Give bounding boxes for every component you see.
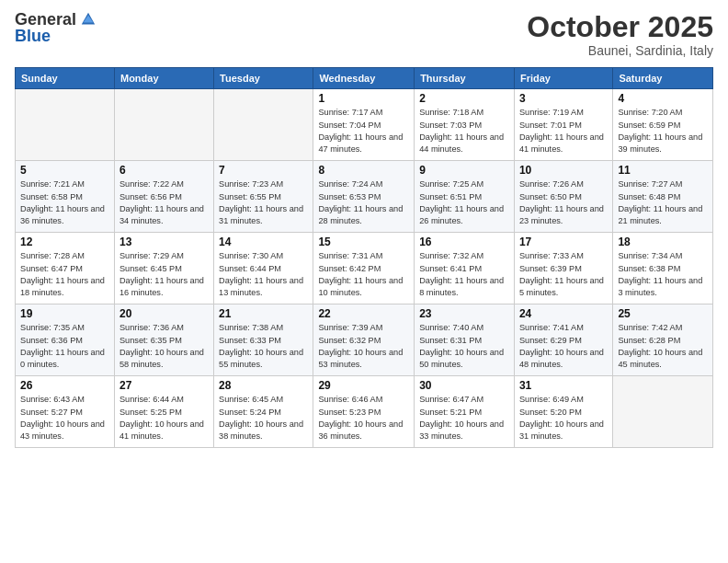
logo-text-blue: Blue — [15, 28, 51, 44]
day-number: 30 — [419, 379, 509, 392]
day-number: 12 — [20, 236, 109, 248]
header: General Blue October 2025 Baunei, Sardin… — [15, 11, 713, 58]
day-info: Sunrise: 7:19 AM Sunset: 7:01 PM Dayligh… — [519, 107, 608, 155]
day-info: Sunrise: 7:18 AM Sunset: 7:03 PM Dayligh… — [419, 107, 509, 155]
calendar-cell: 8Sunrise: 7:24 AM Sunset: 6:53 PM Daylig… — [313, 161, 415, 233]
title-area: October 2025 Baunei, Sardinia, Italy — [527, 11, 713, 58]
day-number: 18 — [618, 236, 708, 248]
calendar-cell: 18Sunrise: 7:34 AM Sunset: 6:38 PM Dayli… — [613, 233, 713, 304]
day-number: 8 — [318, 164, 409, 177]
calendar-cell — [16, 89, 115, 161]
day-number: 19 — [20, 307, 109, 320]
calendar-cell: 12Sunrise: 7:28 AM Sunset: 6:47 PM Dayli… — [16, 233, 115, 304]
week-row-4: 19Sunrise: 7:35 AM Sunset: 6:36 PM Dayli… — [16, 304, 713, 376]
day-number: 16 — [419, 236, 509, 248]
day-info: Sunrise: 7:38 AM Sunset: 6:33 PM Dayligh… — [219, 322, 308, 371]
day-info: Sunrise: 7:28 AM Sunset: 6:47 PM Dayligh… — [20, 250, 109, 299]
calendar-cell: 17Sunrise: 7:33 AM Sunset: 6:39 PM Dayli… — [514, 233, 612, 304]
day-info: Sunrise: 6:49 AM Sunset: 5:20 PM Dayligh… — [519, 394, 608, 442]
logo-area: General Blue — [15, 11, 97, 44]
calendar-cell: 20Sunrise: 7:36 AM Sunset: 6:35 PM Dayli… — [114, 304, 213, 376]
week-row-2: 5Sunrise: 7:21 AM Sunset: 6:58 PM Daylig… — [16, 161, 713, 233]
day-info: Sunrise: 7:27 AM Sunset: 6:48 PM Dayligh… — [618, 178, 708, 227]
calendar-cell: 31Sunrise: 6:49 AM Sunset: 5:20 PM Dayli… — [514, 376, 612, 448]
calendar-cell: 25Sunrise: 7:42 AM Sunset: 6:28 PM Dayli… — [613, 304, 713, 376]
day-number: 17 — [519, 236, 608, 248]
subtitle: Baunei, Sardinia, Italy — [527, 43, 713, 58]
calendar-cell: 30Sunrise: 6:47 AM Sunset: 5:21 PM Dayli… — [415, 376, 515, 448]
day-info: Sunrise: 7:17 AM Sunset: 7:04 PM Dayligh… — [318, 107, 409, 155]
day-number: 21 — [219, 307, 308, 320]
day-number: 4 — [618, 92, 708, 105]
calendar-table: Sunday Monday Tuesday Wednesday Thursday… — [15, 67, 713, 448]
calendar-cell: 3Sunrise: 7:19 AM Sunset: 7:01 PM Daylig… — [514, 89, 612, 161]
calendar-cell — [114, 89, 213, 161]
day-number: 6 — [119, 164, 209, 177]
day-info: Sunrise: 7:33 AM Sunset: 6:39 PM Dayligh… — [519, 250, 608, 299]
calendar-cell: 1Sunrise: 7:17 AM Sunset: 7:04 PM Daylig… — [313, 89, 415, 161]
day-info: Sunrise: 6:43 AM Sunset: 5:27 PM Dayligh… — [20, 394, 109, 442]
calendar-cell: 10Sunrise: 7:26 AM Sunset: 6:50 PM Dayli… — [514, 161, 612, 233]
day-info: Sunrise: 7:25 AM Sunset: 6:51 PM Dayligh… — [419, 178, 509, 227]
week-row-5: 26Sunrise: 6:43 AM Sunset: 5:27 PM Dayli… — [16, 376, 713, 448]
calendar-cell: 21Sunrise: 7:38 AM Sunset: 6:33 PM Dayli… — [214, 304, 313, 376]
calendar-cell — [214, 89, 313, 161]
day-info: Sunrise: 7:26 AM Sunset: 6:50 PM Dayligh… — [519, 178, 608, 227]
day-number: 13 — [119, 236, 209, 248]
day-number: 31 — [519, 379, 608, 392]
day-number: 15 — [318, 236, 409, 248]
calendar-cell: 7Sunrise: 7:23 AM Sunset: 6:55 PM Daylig… — [214, 161, 313, 233]
day-number: 25 — [618, 307, 708, 320]
day-info: Sunrise: 7:36 AM Sunset: 6:35 PM Dayligh… — [119, 322, 209, 371]
day-info: Sunrise: 7:41 AM Sunset: 6:29 PM Dayligh… — [519, 322, 608, 371]
col-friday: Friday — [514, 68, 612, 89]
day-number: 5 — [20, 164, 109, 177]
day-info: Sunrise: 7:39 AM Sunset: 6:32 PM Dayligh… — [318, 322, 409, 371]
col-sunday: Sunday — [16, 68, 115, 89]
day-number: 7 — [219, 164, 308, 177]
day-number: 23 — [419, 307, 509, 320]
calendar-cell: 19Sunrise: 7:35 AM Sunset: 6:36 PM Dayli… — [16, 304, 115, 376]
day-number: 27 — [119, 379, 209, 392]
week-row-3: 12Sunrise: 7:28 AM Sunset: 6:47 PM Dayli… — [16, 233, 713, 304]
day-number: 3 — [519, 92, 608, 105]
day-info: Sunrise: 6:45 AM Sunset: 5:24 PM Dayligh… — [219, 394, 308, 442]
calendar-cell: 6Sunrise: 7:22 AM Sunset: 6:56 PM Daylig… — [114, 161, 213, 233]
day-info: Sunrise: 6:46 AM Sunset: 5:23 PM Dayligh… — [318, 394, 409, 442]
day-info: Sunrise: 7:32 AM Sunset: 6:41 PM Dayligh… — [419, 250, 509, 299]
day-info: Sunrise: 6:47 AM Sunset: 5:21 PM Dayligh… — [419, 394, 509, 442]
col-wednesday: Wednesday — [313, 68, 415, 89]
calendar-cell: 4Sunrise: 7:20 AM Sunset: 6:59 PM Daylig… — [613, 89, 713, 161]
calendar-cell: 5Sunrise: 7:21 AM Sunset: 6:58 PM Daylig… — [16, 161, 115, 233]
calendar-cell: 13Sunrise: 7:29 AM Sunset: 6:45 PM Dayli… — [114, 233, 213, 304]
calendar-cell: 2Sunrise: 7:18 AM Sunset: 7:03 PM Daylig… — [415, 89, 515, 161]
day-number: 11 — [618, 164, 708, 177]
calendar-cell: 14Sunrise: 7:30 AM Sunset: 6:44 PM Dayli… — [214, 233, 313, 304]
logo: General — [15, 11, 97, 28]
logo-text-general: General — [15, 11, 76, 28]
day-number: 20 — [119, 307, 209, 320]
calendar-cell: 28Sunrise: 6:45 AM Sunset: 5:24 PM Dayli… — [214, 376, 313, 448]
calendar-cell: 9Sunrise: 7:25 AM Sunset: 6:51 PM Daylig… — [415, 161, 515, 233]
day-info: Sunrise: 7:21 AM Sunset: 6:58 PM Dayligh… — [20, 178, 109, 227]
day-info: Sunrise: 7:24 AM Sunset: 6:53 PM Dayligh… — [318, 178, 409, 227]
day-number: 22 — [318, 307, 409, 320]
header-row: Sunday Monday Tuesday Wednesday Thursday… — [16, 68, 713, 89]
calendar-cell: 26Sunrise: 6:43 AM Sunset: 5:27 PM Dayli… — [16, 376, 115, 448]
page: General Blue October 2025 Baunei, Sardin… — [0, 0, 728, 563]
calendar-cell: 15Sunrise: 7:31 AM Sunset: 6:42 PM Dayli… — [313, 233, 415, 304]
calendar-cell: 16Sunrise: 7:32 AM Sunset: 6:41 PM Dayli… — [415, 233, 515, 304]
calendar-cell: 23Sunrise: 7:40 AM Sunset: 6:31 PM Dayli… — [415, 304, 515, 376]
calendar-cell: 11Sunrise: 7:27 AM Sunset: 6:48 PM Dayli… — [613, 161, 713, 233]
day-number: 10 — [519, 164, 608, 177]
day-info: Sunrise: 7:29 AM Sunset: 6:45 PM Dayligh… — [119, 250, 209, 299]
day-number: 24 — [519, 307, 608, 320]
day-info: Sunrise: 7:23 AM Sunset: 6:55 PM Dayligh… — [219, 178, 308, 227]
day-info: Sunrise: 7:22 AM Sunset: 6:56 PM Dayligh… — [119, 178, 209, 227]
day-number: 28 — [219, 379, 308, 392]
day-info: Sunrise: 7:30 AM Sunset: 6:44 PM Dayligh… — [219, 250, 308, 299]
col-thursday: Thursday — [415, 68, 515, 89]
day-info: Sunrise: 6:44 AM Sunset: 5:25 PM Dayligh… — [119, 394, 209, 442]
calendar-cell: 27Sunrise: 6:44 AM Sunset: 5:25 PM Dayli… — [114, 376, 213, 448]
day-info: Sunrise: 7:31 AM Sunset: 6:42 PM Dayligh… — [318, 250, 409, 299]
